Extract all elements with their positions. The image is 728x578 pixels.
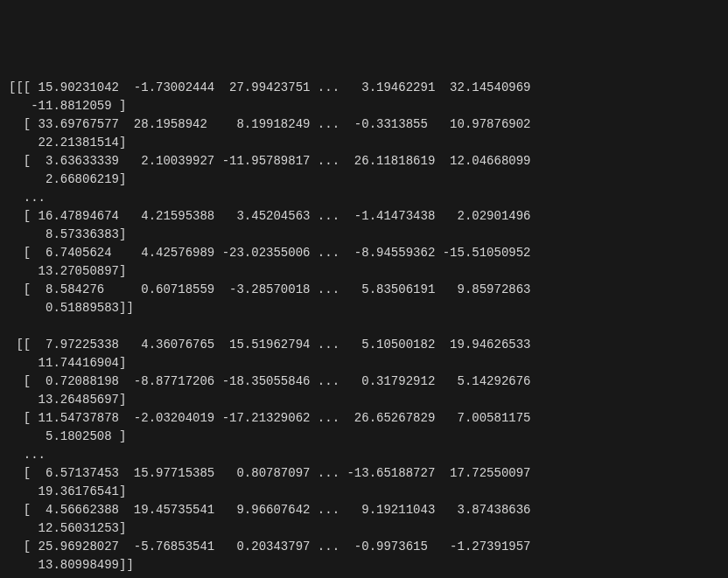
terminal-output: [[[ 15.90231042 -1.73002444 27.99423751 …	[9, 79, 719, 575]
